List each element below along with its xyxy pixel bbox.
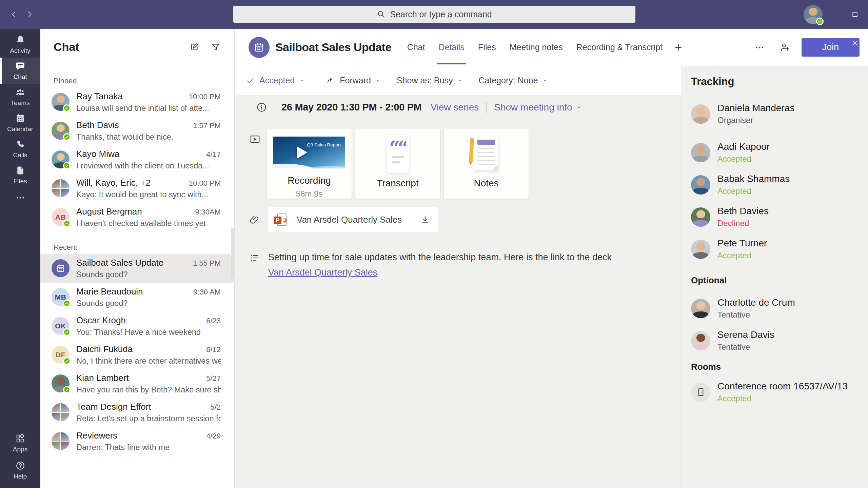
tracking-row-serena-davis: Serena DavisTentative [691,329,868,352]
chat-item-ray-tanaka[interactable]: Ray Tanaka10:00 PMLouisa will send the i… [40,87,234,116]
transcript-icon: ““ [387,133,409,175]
meeting-time-row: 26 May 2020 1:30 PM - 2:00 PM View serie… [249,102,682,113]
rail-item-calendar[interactable]: Calendar [0,110,40,136]
rail-item-chat[interactable]: Chat [0,58,40,84]
card-transcript[interactable]: ““Transcript [355,128,440,199]
meeting-details-column: AcceptedForwardShow as: BusyCategory: No… [235,66,682,488]
thumbnail-title: Q3 Sales Report [307,142,341,147]
chat-item-sailboat-sales-update[interactable]: Sailboat Sales Update1:55 PMSounds good? [40,254,234,283]
attachment-card[interactable]: P Van Arsdel Quarterly Sales [267,207,438,233]
avatar [52,179,70,197]
tab-bar: ChatDetailsFilesMeeting notesRecording &… [400,29,669,66]
chat-item-time: 9:30AM [192,208,221,217]
chat-item-preview: Kayo: It would be great to sync with... [76,190,221,199]
maximize-button[interactable] [842,0,868,29]
calendar-icon [253,41,265,54]
tab-files[interactable]: Files [471,29,503,66]
chat-list: PinnedRay Tanaka10:00 PMLouisa will send… [40,65,234,488]
chat-item-will-kayo-eric-2[interactable]: Will, Kayo, Eric, +210:00 PMKayo: It wou… [40,174,234,203]
close-button[interactable] [842,29,868,58]
forward-arrow-icon [326,76,335,85]
presence-badge [63,220,71,227]
attachment-filename: Van Arsdel Quarterly Sales [297,215,420,225]
toolbar-category-none[interactable]: Category: None [478,76,548,85]
toolbar-forward[interactable]: Forward [326,76,381,85]
forward-button[interactable] [25,10,34,19]
tab-chat[interactable]: Chat [400,29,432,66]
attendee-status: Declined [717,219,769,228]
rail-item-help[interactable]: Help [0,457,40,484]
chat-item-preview: Louisa will send the initial list of att… [76,104,221,113]
chat-item-oscar-krogh[interactable]: OKOscar Krogh6/23You: Thanks! Have a nic… [40,311,234,340]
attendee-status: Accepted [717,186,790,196]
scrollbar-thumb[interactable] [231,228,234,279]
rail-item-activity[interactable]: Activity [0,32,40,58]
rail-item-apps[interactable]: Apps [0,430,40,457]
add-tab-button[interactable]: + [669,40,688,55]
filter-button[interactable] [211,42,221,52]
rail-item-teams[interactable]: Teams [0,84,40,110]
view-series-link[interactable]: View series [431,102,479,113]
tab-details[interactable]: Details [432,29,471,66]
chat-item-name: Marie Beaudouin [76,286,143,297]
show-meeting-info-link[interactable]: Show meeting info [494,102,581,113]
tab-meeting-notes[interactable]: Meeting notes [503,29,570,66]
chat-item-august-bergman[interactable]: ABAugust Bergman9:30AMI haven't checked … [40,203,234,231]
chat-item-time: 4/29 [203,432,221,441]
tab-recording-transcript[interactable]: Recording & Transcript [570,29,669,66]
chat-item-name: Beth Davis [76,120,119,130]
powerpoint-icon: P [274,212,289,227]
rail-item-files[interactable]: Files [0,162,40,188]
tracking-title: Tracking [691,76,868,88]
divider [486,102,487,113]
chat-item-name: Sailboat Sales Update [76,258,163,268]
tracking-divider [691,133,859,133]
card-notes[interactable]: Notes [443,128,529,199]
chat-list-panel: Chat PinnedRay Tanaka10:00 PMLouisa will… [40,29,235,488]
chat-item-reviewers[interactable]: Reviewers4/29Darren: Thats fine with me [40,427,234,455]
close-icon [851,39,859,47]
rail-item-more[interactable] [0,188,40,207]
chat-item-preview: Have you ran this by Beth? Make sure she… [76,385,221,394]
chat-item-kayo-miwa[interactable]: Kayo Miwa4/17I reviewed with the client … [40,145,234,174]
toolbar-show-as-busy[interactable]: Show as: Busy [397,76,463,85]
avatar [691,331,710,350]
rail-item-label: Files [13,178,27,185]
new-chat-button[interactable] [190,42,199,52]
chat-item-team-design-effort[interactable]: Team Design Effort5/2Reta: Let's set up … [40,398,234,427]
user-avatar[interactable] [804,5,823,24]
presence-badge [63,357,71,365]
deck-link[interactable]: Van Arsdel Quarterly Sales [268,267,377,278]
tracking-attendees: Daniela ManderasOrganiserAadi KapoorAcce… [691,103,868,260]
back-button[interactable] [9,10,19,19]
dots-icon [15,192,25,203]
attendee-name: Babak Shammas [717,174,790,184]
card-recording[interactable]: Q3 Sales ReportRecording58m 9s [267,128,352,199]
download-button[interactable] [420,215,430,225]
chat-item-name: Team Design Effort [76,402,151,412]
search-input[interactable]: Search or type a command [233,6,635,23]
chevron-down-icon [299,78,305,83]
section-label-pinned: Pinned [54,77,234,85]
add-people-button[interactable] [780,42,791,53]
chevron-down-icon [457,78,463,83]
chat-item-daichi-fukuda[interactable]: DFDaichi Fukuda6/12No, I think there are… [40,340,234,369]
chat-item-marie-beaudouin[interactable]: MBMarie Beaudouin9:30 AMSounds good? [40,283,234,311]
optional-label: Optional [691,275,868,286]
chat-item-beth-davis[interactable]: Beth Davis1:57 PMThanks, that would be n… [40,116,234,145]
toolbar-accepted[interactable]: Accepted [246,76,305,85]
play-icon [297,146,307,159]
more-options-button[interactable] [754,42,765,53]
door-icon [695,387,706,398]
rail-item-calls[interactable]: Calls [0,136,40,162]
tracking-row-conference-room-16537-av-13: Conference room 16537/AV/13Accepted [691,381,868,403]
chat-item-time: 10:00 PM [185,93,221,101]
attendee-name: Charlotte de Crum [717,297,795,308]
phone-icon [15,139,25,149]
attendee-status: Tentative [717,310,795,320]
chat-item-preview: Thanks, that would be nice. [76,133,221,142]
chat-item-name: Will, Kayo, Eric, +2 [76,178,151,188]
rail-item-label: Chat [13,73,27,81]
chat-item-time: 4/17 [203,150,221,159]
chat-item-kian-lambert[interactable]: Kian Lambert5/27Have you ran this by Bet… [40,369,234,398]
